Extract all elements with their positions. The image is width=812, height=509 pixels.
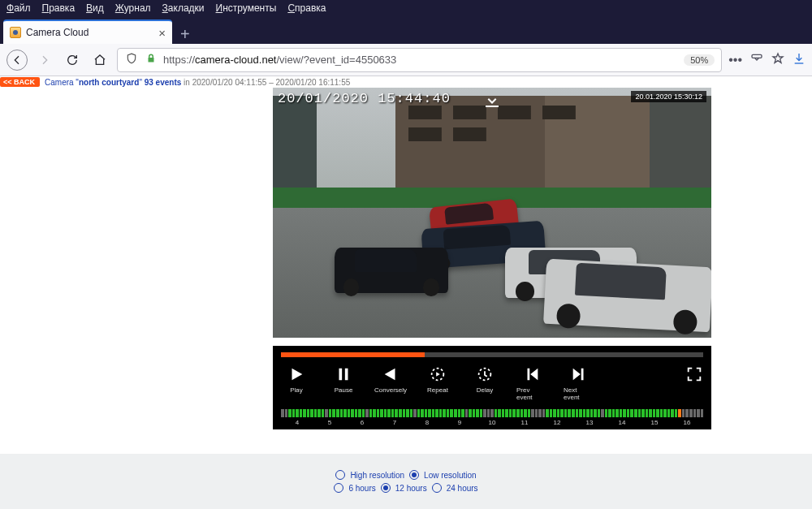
osd-timestamp: 20/01/2020 15:44:40 xyxy=(278,91,451,106)
video-player: 20/01/2020 15:44:40 20.01.2020 15:30:12 … xyxy=(273,88,711,429)
options-footer: High resolution Low resolution 6 hours 1… xyxy=(0,454,812,509)
progress-bar[interactable] xyxy=(281,352,703,357)
menu-item[interactable]: Справка xyxy=(287,2,326,14)
forward-button[interactable] xyxy=(34,50,55,71)
radio-12h[interactable] xyxy=(381,483,391,493)
shield-icon[interactable] xyxy=(124,53,139,67)
radio-6h[interactable] xyxy=(334,483,343,493)
delay-button[interactable]: Delay xyxy=(469,365,500,394)
svg-rect-0 xyxy=(752,54,762,58)
menu-item[interactable]: Журнал xyxy=(115,2,151,14)
osd-clock: 20.01.2020 15:30:12 xyxy=(631,91,706,102)
new-tab-button[interactable]: + xyxy=(172,25,198,44)
reverse-button[interactable]: Conversely xyxy=(375,365,406,394)
menu-item[interactable]: Вид xyxy=(86,2,104,14)
address-text: https://camera-cloud.net/view/?event_id=… xyxy=(163,54,677,66)
player-controls: Play Pause Conversely Repeat Delay Prev … xyxy=(273,346,711,429)
pocket-icon[interactable] xyxy=(750,52,763,68)
downloads-icon[interactable] xyxy=(793,52,806,68)
event-timeline[interactable] xyxy=(281,409,703,417)
reload-button[interactable] xyxy=(62,50,83,71)
menu-item[interactable]: Инструменты xyxy=(216,2,277,14)
play-button[interactable]: Play xyxy=(281,365,312,394)
menu-item[interactable]: Закладки xyxy=(162,2,205,14)
fullscreen-icon[interactable] xyxy=(685,365,703,386)
breadcrumb: << BACK Camera "north courtyard" 93 even… xyxy=(0,76,812,88)
back-link[interactable]: << BACK xyxy=(0,77,40,87)
radio-high-res[interactable] xyxy=(335,470,345,480)
home-button[interactable] xyxy=(89,50,110,71)
back-button[interactable] xyxy=(6,50,28,71)
menu-item[interactable]: Файл xyxy=(6,2,31,14)
timeline-ticks: 45678910111213141516 xyxy=(281,419,703,426)
favicon-icon xyxy=(10,27,21,38)
tab-title: Camera Cloud xyxy=(26,27,89,38)
close-tab-icon[interactable]: × xyxy=(158,27,166,39)
radio-low-res[interactable] xyxy=(409,470,419,480)
zoom-badge[interactable]: 50% xyxy=(684,54,715,66)
browser-tab-active[interactable]: Camera Cloud × xyxy=(3,19,172,44)
menu-item[interactable]: Правка xyxy=(42,2,76,14)
page-content: << BACK Camera "north courtyard" 93 even… xyxy=(0,76,812,509)
radio-24h[interactable] xyxy=(432,483,442,493)
address-bar[interactable]: https://camera-cloud.net/view/?event_id=… xyxy=(117,48,722,72)
download-clip-icon[interactable] xyxy=(482,91,502,115)
next-event-button[interactable]: Next event xyxy=(564,365,594,401)
video-frame[interactable]: 20/01/2020 15:44:40 20.01.2020 15:30:12 xyxy=(273,88,711,338)
browser-tabstrip: Camera Cloud × + xyxy=(0,16,812,44)
repeat-button[interactable]: Repeat xyxy=(422,365,453,394)
prev-event-button[interactable]: Prev event xyxy=(516,365,547,401)
bookmark-star-icon[interactable] xyxy=(771,52,784,68)
browser-toolbar: https://camera-cloud.net/view/?event_id=… xyxy=(0,44,812,76)
lock-icon xyxy=(145,54,157,66)
browser-menubar: ФайлПравкаВидЖурналЗакладкиИнструментыСп… xyxy=(0,0,812,16)
pause-button[interactable]: Pause xyxy=(328,365,359,394)
page-actions-icon[interactable]: ••• xyxy=(728,53,742,67)
